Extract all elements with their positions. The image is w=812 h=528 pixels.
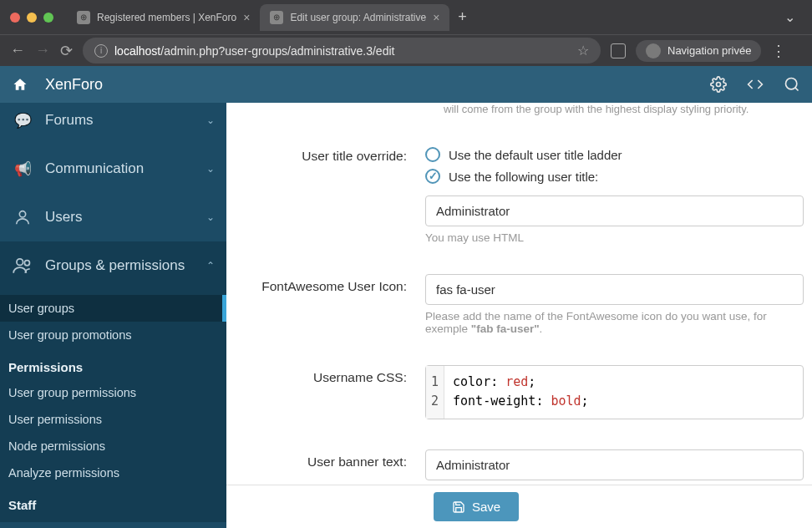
chevron-down-icon: ⌄ (206, 211, 215, 223)
fa-icon-label: FontAwesome User Icon: (235, 274, 425, 335)
title-hint: You may use HTML (425, 231, 804, 244)
chevron-down-icon: ⌄ (206, 114, 215, 126)
sub-user-groups[interactable]: User groups (0, 295, 226, 322)
browser-tab-bar: ⊕ Registered members | XenForo × ⊕ Edit … (0, 0, 812, 34)
tabs-menu-icon[interactable]: ⌄ (784, 9, 795, 25)
nav-label: Groups & permissions (45, 257, 185, 274)
browser-tab-active[interactable]: ⊕ Edit user group: Administrative × (260, 4, 449, 31)
svg-point-5 (24, 261, 29, 266)
close-window-button[interactable] (10, 13, 20, 23)
app-header: XenForo (0, 66, 812, 103)
radio-default-ladder[interactable]: Use the default user title ladder (425, 144, 804, 165)
tab-title: Edit user group: Administrative (290, 12, 426, 23)
svg-point-3 (19, 211, 25, 217)
browser-toolbar: ← → ⟳ i localhost/admin.php?user-groups/… (0, 34, 812, 66)
users-group-icon (12, 255, 33, 277)
save-icon (452, 500, 465, 514)
nav-communication[interactable]: 📢 Communication ⌄ (0, 145, 226, 193)
fa-icon-hint: Please add the name of the FontAwesome i… (425, 310, 804, 335)
megaphone-icon: 📢 (12, 158, 33, 180)
device-toolbar-icon[interactable] (611, 43, 626, 58)
site-info-icon[interactable]: i (94, 44, 108, 58)
browser-tab[interactable]: ⊕ Registered members | XenForo × (67, 4, 260, 31)
field-title-override: User title override: Use the default use… (235, 129, 804, 259)
main-layout: 💬 Forums ⌄ 📢 Communication ⌄ Users ⌄ Gro… (0, 103, 812, 528)
user-icon (12, 206, 33, 228)
field-fa-icon: FontAwesome User Icon: Please add the na… (235, 259, 804, 350)
incognito-icon (646, 43, 661, 58)
chevron-down-icon: ⌄ (206, 163, 215, 175)
browser-menu-icon[interactable]: ⋮ (771, 42, 786, 60)
maximize-window-button[interactable] (43, 13, 53, 23)
svg-point-0 (717, 83, 721, 87)
home-icon[interactable] (12, 77, 28, 92)
radio-checked-icon (425, 169, 440, 184)
new-tab-button[interactable]: + (449, 8, 475, 26)
svg-line-2 (795, 88, 799, 91)
profile-badge[interactable]: Navigation privée (636, 40, 761, 62)
close-tab-icon[interactable]: × (243, 11, 250, 24)
priority-hint: will come from the group with the highes… (235, 103, 804, 129)
radio-icon (425, 147, 440, 162)
nav-label: Users (45, 209, 82, 226)
tabs-container: ⊕ Registered members | XenForo × ⊕ Edit … (67, 4, 802, 31)
address-bar[interactable]: i localhost/admin.php?user-groups/admini… (83, 38, 601, 63)
nav-label: Communication (45, 160, 144, 177)
sub-node-permissions[interactable]: Node permissions (0, 433, 226, 459)
sub-user-group-permissions[interactable]: User group permissions (0, 379, 226, 406)
favicon-icon: ⊕ (77, 11, 90, 24)
code-icon[interactable] (747, 76, 764, 93)
nav-groups-permissions[interactable]: Groups & permissions ⌃ (0, 241, 226, 290)
banner-text-input[interactable] (425, 449, 804, 480)
save-button[interactable]: Save (434, 492, 519, 521)
bookmark-icon[interactable]: ☆ (577, 43, 589, 58)
app-title[interactable]: XenForo (45, 76, 103, 94)
svg-point-4 (17, 259, 23, 266)
save-bar: Save (226, 485, 812, 528)
css-code-editor[interactable]: 12 color: red; font-weight: bold; (425, 365, 804, 419)
sub-user-permissions[interactable]: User permissions (0, 406, 226, 433)
sub-heading-permissions: Permissions (0, 348, 226, 379)
radio-label: Use the following user title: (449, 170, 598, 184)
sidebar: 💬 Forums ⌄ 📢 Communication ⌄ Users ⌄ Gro… (0, 103, 226, 528)
header-actions (710, 76, 800, 93)
url-text: localhost/admin.php?user-groups/administ… (114, 44, 394, 58)
username-css-label: Username CSS: (235, 365, 425, 419)
traffic-lights (10, 13, 53, 23)
radio-following-title[interactable]: Use the following user title: (425, 165, 804, 187)
radio-label: Use the default user title ladder (449, 148, 622, 162)
nav-label: Forums (45, 112, 94, 129)
line-numbers: 12 (426, 366, 444, 419)
forward-button[interactable]: → (35, 42, 50, 59)
back-button[interactable]: ← (10, 42, 25, 59)
svg-point-1 (786, 79, 797, 89)
nav-users[interactable]: Users ⌄ (0, 193, 226, 241)
favicon-icon: ⊕ (270, 11, 283, 24)
gear-icon[interactable] (710, 76, 727, 93)
code-body: color: red; font-weight: bold; (444, 366, 597, 419)
field-username-css: Username CSS: 12 color: red; font-weight… (235, 350, 804, 434)
content-area: will come from the group with the highes… (226, 103, 812, 528)
chat-icon: 💬 (12, 109, 33, 131)
search-icon[interactable] (784, 76, 800, 93)
nav-forums[interactable]: 💬 Forums ⌄ (0, 103, 226, 145)
title-override-label: User title override: (235, 144, 425, 244)
sub-user-group-promotions[interactable]: User group promotions (0, 322, 226, 348)
save-label: Save (472, 500, 500, 514)
sub-nav: User groups User group promotions Permis… (0, 290, 226, 522)
reload-button[interactable]: ⟳ (60, 42, 73, 60)
sub-heading-staff: Staff (0, 486, 226, 517)
profile-label: Navigation privée (667, 44, 751, 57)
user-title-input[interactable] (425, 195, 804, 226)
fa-icon-input[interactable] (425, 274, 804, 305)
minimize-window-button[interactable] (27, 13, 37, 23)
tab-title: Registered members | XenForo (97, 12, 236, 23)
sub-analyze-permissions[interactable]: Analyze permissions (0, 459, 226, 486)
chevron-up-icon: ⌃ (206, 260, 215, 272)
close-tab-icon[interactable]: × (433, 11, 439, 24)
